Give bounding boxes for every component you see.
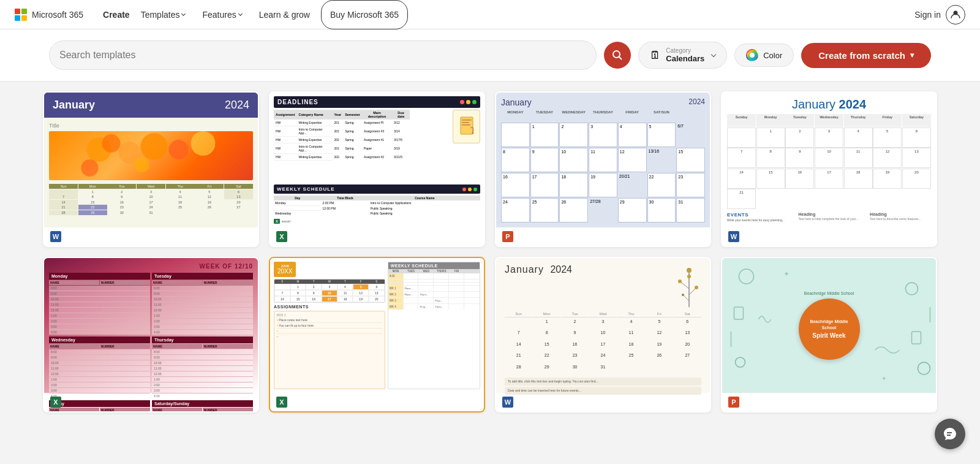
svg-rect-15 [462, 122, 469, 123]
color-wheel-icon [746, 49, 758, 61]
navigation: Microsoft 365 Create Templates Features … [0, 0, 980, 29]
microsoft-logo-icon [15, 9, 27, 21]
svg-text:✦: ✦ [881, 375, 886, 382]
search-area: 🗓 Category Calendars Color Create from s… [0, 29, 980, 82]
templates-grid: January 2024 Title [43, 91, 937, 413]
card-footer-jan2024: W [44, 227, 258, 246]
color-button[interactable]: Color [734, 44, 794, 67]
template-card-pink-weekly[interactable]: WEEK OF 12/10 Monday NAME NUMBER 8:00 9:… [43, 257, 259, 413]
word-icon-3: W [502, 397, 513, 408]
svg-rect-14 [462, 120, 472, 121]
search-icon [612, 50, 623, 61]
create-from-scratch-button[interactable]: Create from scratch ▾ [801, 43, 931, 68]
chat-button[interactable] [935, 419, 965, 449]
svg-point-31 [736, 357, 745, 367]
templates-chevron-icon [181, 12, 186, 16]
svg-line-2 [619, 57, 622, 60]
svg-rect-29 [734, 307, 744, 319]
template-preview-deadlines: DEADLINES Assignment [270, 93, 484, 227]
category-chevron-icon [711, 51, 716, 56]
template-preview-pink-weekly: WEEK OF 12/10 Monday NAME NUMBER 8:00 9:… [44, 258, 258, 393]
template-card-elegant[interactable]: January 2024 [495, 257, 711, 413]
logo[interactable]: Microsoft 365 [15, 9, 83, 21]
word-icon: W [50, 231, 61, 242]
templates-area: January 2024 Title [0, 82, 980, 422]
category-label: Category Calendars [666, 47, 704, 63]
excel-icon-3: X [276, 397, 287, 408]
svg-point-17 [472, 132, 473, 134]
svg-rect-16 [462, 124, 470, 126]
template-card-assignment[interactable]: JAN 20XX S M T W T F [269, 257, 485, 413]
nav-learn-grow[interactable]: Learn & grow [251, 0, 318, 29]
card-footer-monthly: P [496, 227, 710, 246]
svg-point-11 [81, 159, 99, 177]
word-icon-2: W [728, 231, 739, 242]
logo-text: Microsoft 365 [32, 10, 83, 20]
search-button[interactable] [604, 42, 631, 69]
svg-point-12 [135, 158, 149, 172]
svg-text:✦: ✦ [783, 270, 790, 278]
svg-line-25 [683, 295, 689, 301]
avatar-icon [946, 5, 965, 25]
svg-point-10 [191, 131, 216, 156]
svg-point-20 [687, 275, 691, 278]
template-card-spirit-week[interactable]: ✦ ✦ Beachridge Middle School Beachridge … [721, 257, 937, 413]
template-preview-assignment: JAN 20XX S M T W T F [270, 258, 484, 393]
svg-point-24 [695, 286, 698, 289]
svg-point-28 [906, 283, 918, 295]
svg-point-19 [687, 268, 692, 273]
excel-icon: X [276, 231, 287, 242]
search-box [49, 40, 597, 70]
chat-icon [943, 427, 957, 441]
card-footer-assignment: X [270, 393, 484, 411]
svg-point-9 [169, 140, 189, 159]
create-chevron-icon: ▾ [910, 51, 914, 59]
nav-items: Templates Features Learn & grow Buy Micr… [132, 0, 408, 29]
svg-point-1 [613, 51, 620, 58]
category-button[interactable]: 🗓 Category Calendars [638, 42, 727, 69]
nav-create-label: Create [103, 10, 130, 20]
card-footer-deadlines: X [270, 227, 484, 246]
svg-point-26 [682, 294, 684, 296]
template-preview-elegant: January 2024 [496, 258, 710, 393]
ppt-icon: P [502, 231, 513, 242]
template-card-events[interactable]: January 2024 Sunday Monday Tuesday Wedne… [721, 91, 937, 247]
template-preview-monthly: January 2024 MONDAY TUESDAY WEDNESDAY TH… [496, 93, 710, 227]
svg-point-32 [918, 362, 930, 375]
nav-features[interactable]: Features [194, 0, 250, 29]
template-card-monthly-ppt[interactable]: January 2024 MONDAY TUESDAY WEDNESDAY TH… [495, 91, 711, 247]
card-footer-events: W [722, 227, 936, 246]
category-icon: 🗓 [650, 49, 661, 62]
template-preview-spirit-week: ✦ ✦ Beachridge Middle School Beachridge … [722, 258, 936, 393]
nav-templates[interactable]: Templates [132, 0, 194, 29]
template-card-jan2024-word[interactable]: January 2024 Title [43, 91, 259, 247]
signin-button[interactable]: Sign in [914, 5, 965, 25]
ppt-icon-2: P [728, 397, 739, 408]
svg-point-6 [102, 134, 121, 153]
template-preview-events: January 2024 Sunday Monday Tuesday Wedne… [722, 93, 936, 227]
svg-point-22 [678, 280, 682, 283]
excel-icon-2: X [50, 397, 61, 408]
svg-point-27 [739, 269, 754, 284]
svg-point-4 [750, 53, 755, 58]
search-input[interactable] [59, 50, 586, 61]
nav-buy-button[interactable]: Buy Microsoft 365 [321, 0, 408, 29]
features-chevron-icon [238, 12, 243, 16]
template-card-deadlines[interactable]: DEADLINES Assignment [269, 91, 485, 247]
card-footer-spirit: P [722, 393, 936, 411]
card-footer-elegant: W [496, 393, 710, 411]
svg-point-8 [141, 133, 168, 160]
template-preview-jan2024: January 2024 Title [44, 93, 258, 227]
svg-rect-30 [912, 332, 921, 344]
